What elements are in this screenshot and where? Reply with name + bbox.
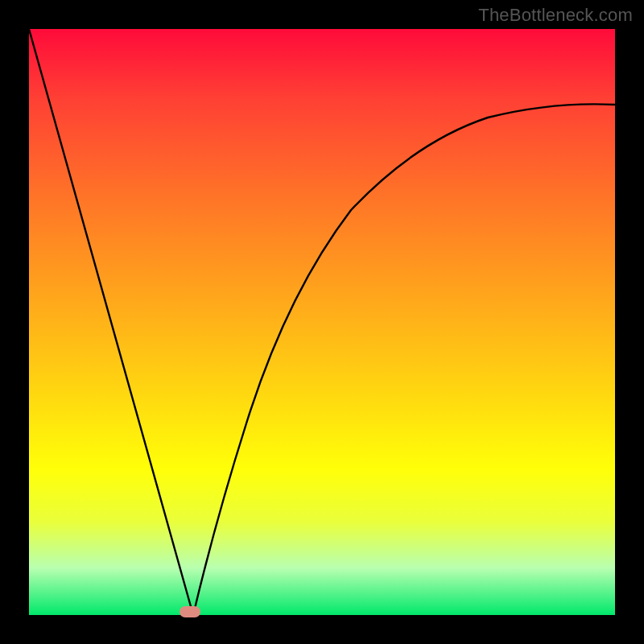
bottleneck-curve	[29, 29, 615, 615]
watermark-text: TheBottleneck.com	[478, 5, 633, 26]
curve-left-branch	[29, 29, 193, 615]
chart-frame: TheBottleneck.com	[0, 0, 644, 644]
optimal-marker	[180, 606, 200, 617]
curve-right-branch	[193, 104, 615, 615]
plot-area	[29, 29, 615, 615]
